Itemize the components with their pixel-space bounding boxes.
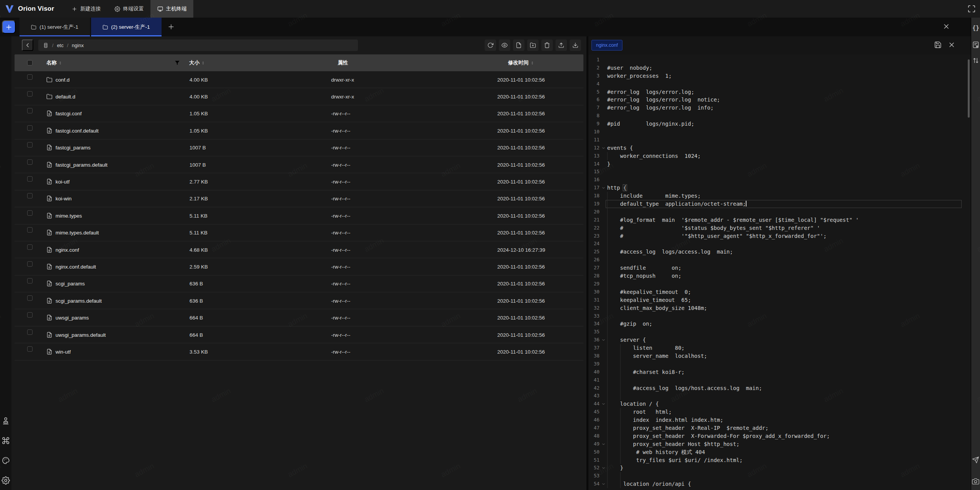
file-name[interactable]: scgi_params — [56, 281, 85, 287]
code-line[interactable]: 4 — [588, 80, 971, 88]
row-checkbox[interactable] — [27, 142, 33, 147]
upload-button[interactable] — [555, 39, 567, 51]
code-line[interactable]: 19 default_type application/octet-stream… — [588, 200, 971, 208]
code-line[interactable]: 44 location / { — [588, 400, 971, 408]
file-name[interactable]: uwsgi_params.default — [56, 332, 106, 338]
file-name[interactable]: koi-win — [56, 196, 72, 202]
table-row[interactable]: koi-win2.17 KB-rw-r--r--2020-11-01 10:02… — [15, 190, 583, 207]
code-line[interactable]: 13 worker_connections 1024; — [588, 152, 971, 160]
open-file-tag[interactable]: nginx.conf — [591, 40, 622, 51]
camera-icon[interactable] — [972, 478, 980, 485]
table-row[interactable]: mime.types5.11 KB-rw-r--r--2020-11-01 10… — [15, 207, 583, 224]
code-line[interactable]: 40 #charset koi8-r; — [588, 368, 971, 376]
save-icon[interactable] — [934, 41, 942, 49]
command-icon[interactable] — [2, 436, 10, 445]
code-line[interactable]: 32 client_max_body_size 1048m; — [588, 304, 971, 312]
row-checkbox[interactable] — [27, 329, 33, 335]
code-line[interactable]: 22 # '$status $body_bytes_sent "$http_re… — [588, 224, 971, 232]
fold-chevron-icon[interactable] — [599, 144, 607, 152]
code-line[interactable]: 46 index index.html index.htm; — [588, 416, 971, 424]
code-line[interactable]: 27 sendfile on; — [588, 264, 971, 272]
terminal-tab-1[interactable]: (1) server-生产-1 — [20, 18, 90, 36]
delete-button[interactable] — [541, 39, 553, 51]
file-name[interactable]: scgi_params.default — [56, 298, 102, 303]
file-name[interactable]: fastcgi.conf — [56, 111, 82, 116]
preview-button[interactable] — [499, 39, 510, 51]
code-line[interactable]: 38 server_name localhost; — [588, 352, 971, 360]
row-checkbox[interactable] — [27, 108, 33, 113]
file-name[interactable]: nginx.conf — [56, 247, 79, 252]
code-line[interactable]: 8 — [588, 112, 971, 120]
code-line[interactable]: 47 proxy_set_header X-Real-IP $remote_ad… — [588, 424, 971, 432]
sort-icon[interactable] — [530, 60, 534, 66]
file-name[interactable]: koi-utf — [56, 179, 70, 185]
breadcrumb-segment[interactable]: nginx — [72, 43, 84, 48]
code-line[interactable]: 10 — [588, 128, 971, 136]
new-folder-button[interactable] — [527, 39, 539, 51]
close-editor-icon[interactable] — [948, 41, 956, 49]
code-line[interactable]: 17http { — [588, 184, 971, 192]
file-name[interactable]: fastcgi_params.default — [56, 162, 108, 167]
fold-chevron-icon[interactable] — [599, 336, 607, 344]
filter-icon[interactable] — [175, 54, 180, 71]
row-checkbox[interactable] — [27, 261, 33, 267]
code-line[interactable]: 41 — [588, 376, 971, 384]
sort-icon[interactable] — [201, 60, 205, 66]
send-icon[interactable] — [972, 456, 980, 464]
code-line[interactable]: 42 #access_log logs/host.access.log main… — [588, 384, 971, 392]
table-row[interactable]: default.d4.00 KBdrwxr-xr-x2020-11-01 10:… — [15, 88, 583, 105]
column-header-size[interactable]: 大小 — [189, 54, 205, 71]
table-row[interactable]: fastcgi.conf1.05 KB-rw-r--r--2020-11-01 … — [15, 105, 583, 122]
code-editor[interactable]: 12#user nobody;3worker_processes 1;45#er… — [588, 56, 971, 488]
table-row[interactable]: win-utf3.53 KB-rw-r--r--2020-11-01 10:02… — [15, 343, 583, 360]
code-line[interactable]: 54 location /orion/api { — [588, 480, 971, 488]
column-header-mtime[interactable]: 修改时间 — [508, 54, 534, 71]
terminal-tab-2[interactable]: (2) server-生产-1 — [91, 18, 162, 36]
code-line[interactable]: 7#error_log logs/error.log info; — [588, 104, 971, 112]
back-button[interactable] — [22, 39, 33, 51]
code-line[interactable]: 16 — [588, 176, 971, 184]
row-checkbox[interactable] — [27, 312, 33, 318]
select-all-checkbox[interactable] — [27, 60, 33, 66]
code-line[interactable]: 9#pid logs/nginx.pid; — [588, 120, 971, 128]
code-line[interactable]: 12events { — [588, 144, 971, 152]
code-line[interactable]: 34 #gzip on; — [588, 320, 971, 328]
editor-scrollbar[interactable] — [968, 59, 970, 118]
code-line[interactable]: 11 — [588, 136, 971, 144]
user-icon[interactable] — [2, 416, 10, 425]
fold-chevron-icon[interactable] — [599, 400, 607, 408]
table-row[interactable]: uwsgi_params664 B-rw-r--r--2020-11-01 10… — [15, 309, 583, 326]
code-line[interactable]: 33 — [588, 312, 971, 320]
code-line[interactable]: 48 proxy_set_header X-Forwarded-For $pro… — [588, 432, 971, 440]
table-row[interactable]: koi-utf2.77 KB-rw-r--r--2020-11-01 10:02… — [15, 173, 583, 190]
code-line[interactable]: 24 — [588, 240, 971, 248]
code-line[interactable]: 49 proxy_set_header Host $http_host; — [588, 440, 971, 448]
nav-item-host-terminal[interactable]: 主机终端 — [150, 0, 193, 18]
new-terminal-button[interactable] — [2, 20, 16, 34]
row-checkbox[interactable] — [27, 295, 33, 301]
table-row[interactable]: conf.d4.00 KBdrwxr-xr-x2020-11-01 10:02:… — [15, 71, 583, 88]
file-name[interactable]: fastcgi_params — [56, 145, 91, 151]
row-checkbox[interactable] — [27, 159, 33, 165]
file-name[interactable]: uwsgi_params — [56, 315, 89, 321]
code-line[interactable]: 45 root html; — [588, 408, 971, 416]
code-line[interactable]: 36 server { — [588, 336, 971, 344]
breadcrumb[interactable]: /etc/nginx — [38, 39, 358, 51]
row-checkbox[interactable] — [27, 91, 33, 97]
code-line[interactable]: 52 } — [588, 464, 971, 472]
table-row[interactable]: fastcgi.conf.default1.05 KB-rw-r--r--202… — [15, 122, 583, 139]
fold-chevron-icon[interactable] — [599, 440, 607, 448]
row-checkbox[interactable] — [27, 125, 33, 131]
refresh-button[interactable] — [485, 39, 496, 51]
file-bookmark-icon[interactable] — [972, 41, 980, 49]
row-checkbox[interactable] — [27, 244, 33, 250]
code-line[interactable]: 26 — [588, 256, 971, 264]
code-line[interactable]: 6#error_log logs/error.log notice; — [588, 96, 971, 104]
code-line[interactable]: 28 #tcp_nopush on; — [588, 272, 971, 280]
download-button[interactable] — [570, 39, 581, 51]
code-line[interactable]: 14} — [588, 160, 971, 168]
code-line[interactable]: 15 — [588, 168, 971, 176]
file-name[interactable]: mime.types — [56, 213, 82, 218]
close-panel-icon[interactable] — [942, 23, 951, 31]
fold-chevron-icon[interactable] — [599, 184, 607, 192]
